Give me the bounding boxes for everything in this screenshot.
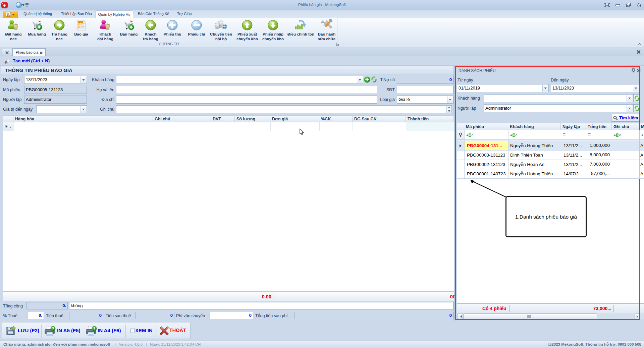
svg-text:?: ? [52,327,54,331]
svg-text:?: ? [93,327,95,331]
svg-text:$: $ [79,23,80,26]
svg-text:A: A [641,134,643,137]
svg-text:$: $ [79,26,80,29]
